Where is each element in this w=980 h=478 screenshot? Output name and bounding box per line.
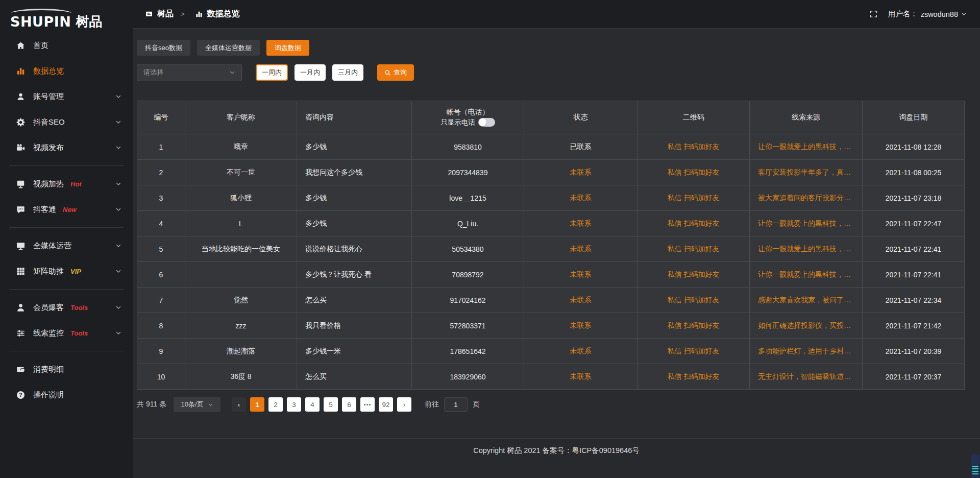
svg-text:?: ?	[19, 392, 22, 398]
sidebar-item-home[interactable]: 首页	[0, 33, 133, 58]
cell-nickname: 狐小狸	[185, 185, 297, 210]
cell-date: 2021-11-07 22:41	[863, 261, 964, 287]
source-link[interactable]: 让你一眼就爱上的黑科技，能...	[758, 219, 854, 228]
page-button-3[interactable]: 3	[287, 397, 301, 412]
page-button-92[interactable]: 92	[379, 397, 393, 412]
sidebar-item-member[interactable]: 会员爆客 Tools	[0, 295, 133, 320]
prev-page-button[interactable]: ‹	[232, 397, 246, 412]
source-link[interactable]: 无主灯设计，智能磁吸轨道灯...	[758, 372, 854, 381]
query-button[interactable]: 查询	[377, 64, 414, 81]
sliders-icon	[16, 328, 26, 338]
qrcode-link[interactable]: 私信 扫码加好友	[668, 245, 720, 254]
fullscreen-icon[interactable]	[869, 10, 878, 18]
copyright-text: Copyright 树品 2021 备案号：粤ICP备09019646号	[473, 446, 640, 478]
cell-date: 2021-11-07 22:41	[863, 236, 964, 261]
grid-icon	[16, 267, 26, 276]
sidebar-item-icon-slot	[15, 91, 26, 102]
cell-account: 2097344839	[412, 159, 524, 185]
qrcode-link[interactable]: 私信 扫码加好友	[668, 219, 720, 228]
sidebar-item-monitor[interactable]: 全媒体运营	[0, 233, 133, 258]
toggle-knob	[479, 118, 486, 126]
table-row: 4 L 多少钱 Q_Liu. 未联系 私信 扫码加好友 让你一眼就爱上的黑科技，…	[137, 210, 964, 236]
qrcode-link[interactable]: 私信 扫码加好友	[668, 194, 720, 203]
sidebar-item-grid[interactable]: 矩阵助推 VIP	[0, 258, 133, 284]
main-area: 树品 > 数据总览 用户名：zswodun88 抖音seo数据全	[133, 0, 980, 478]
breadcrumb-root[interactable]: 树品	[157, 9, 174, 19]
breadcrumb: 树品 > 数据总览	[145, 9, 240, 19]
sidebar-item-icon-slot	[15, 328, 26, 338]
sidebar-item-camera[interactable]: 视频发布	[0, 135, 133, 160]
sidebar-item-sliders[interactable]: 线索监控 Tools	[0, 320, 133, 346]
sidebar-item-question[interactable]: ? 操作说明	[0, 382, 133, 408]
user-menu[interactable]: 用户名：zswodun88	[888, 9, 967, 19]
page-button-4[interactable]: 4	[305, 397, 320, 412]
source-link[interactable]: 多功能护栏灯，适用于乡村文...	[758, 347, 854, 356]
sidebar-item-gear[interactable]: 抖音SEO	[0, 109, 133, 135]
sidebar-item-wallet[interactable]: 消费明细	[0, 356, 133, 382]
header-date: 询盘日期	[863, 101, 964, 134]
tab-media-ops[interactable]: 全媒体运营数据	[197, 40, 260, 56]
goto-page: 前往 页	[425, 397, 480, 412]
source-link[interactable]: 被大家追着问的客厅投影分享...	[758, 194, 854, 203]
source-link[interactable]: 让你一眼就爱上的黑科技，能...	[758, 270, 854, 279]
qrcode-link[interactable]: 私信 扫码加好友	[668, 372, 720, 381]
header-content: 咨询内容	[297, 101, 412, 134]
table-row: 5 当地比较能吃的一位美女 说说价格让我死心 50534380 未联系 私信 扫…	[137, 236, 964, 261]
range-1week[interactable]: 一周内	[256, 64, 288, 81]
page-buttons: ‹123456•••92›	[232, 397, 411, 412]
chevron-down-icon	[115, 93, 121, 100]
qrcode-link[interactable]: 私信 扫码加好友	[668, 347, 720, 356]
qrcode-link[interactable]: 私信 扫码加好友	[668, 321, 720, 330]
range-1month[interactable]: 一月内	[295, 64, 326, 81]
cell-account: 50534380	[412, 236, 524, 261]
sidebar-item-user[interactable]: 账号管理	[0, 84, 133, 109]
cell-nickname: zzz	[185, 313, 297, 338]
breadcrumb-separator: >	[181, 10, 185, 18]
tab-douyin-seo[interactable]: 抖音seo数据	[137, 40, 190, 56]
qrcode-link[interactable]: 私信 扫码加好友	[668, 142, 720, 152]
sidebar-item-icon-slot	[15, 40, 26, 51]
next-page-button[interactable]: ›	[397, 397, 411, 412]
cell-qrcode: 私信 扫码加好友	[638, 313, 750, 338]
username: zswodun88	[921, 10, 958, 18]
cell-account: love__1215	[412, 185, 524, 210]
page-size-select[interactable]: 10条/页	[174, 397, 220, 412]
select-placeholder: 请选择	[143, 68, 163, 77]
cell-nickname: 潮起潮落	[185, 338, 297, 364]
tab-inquiry[interactable]: 询盘数据	[266, 40, 309, 56]
page-button-2[interactable]: 2	[268, 397, 283, 412]
range-3month[interactable]: 三月内	[332, 64, 363, 81]
source-link[interactable]: 客厅安装投影半年多了，真实...	[758, 168, 854, 177]
cell-content: 多少钱	[297, 185, 412, 210]
qrcode-link[interactable]: 私信 扫码加好友	[668, 270, 720, 279]
table-row: 10 36度 8 怎么买 183929060 未联系 私信 扫码加好友 无主灯设…	[137, 364, 964, 389]
source-link[interactable]: 让你一眼就爱上的黑科技，能...	[758, 142, 854, 152]
sidebar-item-label: 首页	[33, 41, 48, 51]
sidebar-item-badge: Hot	[70, 180, 82, 188]
corner-widget[interactable]	[971, 455, 979, 478]
query-button-label: 查询	[394, 68, 407, 77]
sidebar-item-screen[interactable]: 视频加热 Hot	[0, 171, 133, 197]
qrcode-link[interactable]: 私信 扫码加好友	[668, 296, 720, 305]
cell-status: 未联系	[524, 185, 638, 210]
sidebar-item-chat[interactable]: 抖客通 New	[0, 197, 133, 222]
goto-page-input[interactable]	[444, 397, 468, 412]
page-button-6[interactable]: 6	[342, 397, 356, 412]
table-row: 2 不可一世 我想问这个多少钱 2097344839 未联系 私信 扫码加好友 …	[137, 159, 964, 185]
source-link[interactable]: 让你一眼就爱上的黑科技，能...	[758, 245, 854, 254]
cell-status: 未联系	[524, 313, 638, 338]
sidebar-item-chart[interactable]: 数据总览	[0, 58, 133, 84]
cell-nickname: 哦章	[185, 134, 297, 159]
qrcode-link[interactable]: 私信 扫码加好友	[668, 168, 720, 177]
sidebar-item-icon-slot	[15, 364, 26, 374]
source-link[interactable]: 感谢大家喜欢我家，被问了好...	[758, 296, 854, 305]
cell-no: 8	[137, 313, 185, 338]
page-button-5[interactable]: 5	[324, 397, 338, 412]
source-link[interactable]: 如何正确选择投影仪，买投影...	[758, 321, 854, 330]
phone-only-toggle[interactable]	[478, 118, 495, 127]
cell-date: 2021-11-07 22:34	[863, 287, 964, 313]
page-button-1[interactable]: 1	[250, 397, 264, 412]
more-pages-button[interactable]: •••	[360, 397, 375, 412]
account-select[interactable]: 请选择	[137, 64, 242, 81]
cell-no: 4	[137, 210, 185, 236]
